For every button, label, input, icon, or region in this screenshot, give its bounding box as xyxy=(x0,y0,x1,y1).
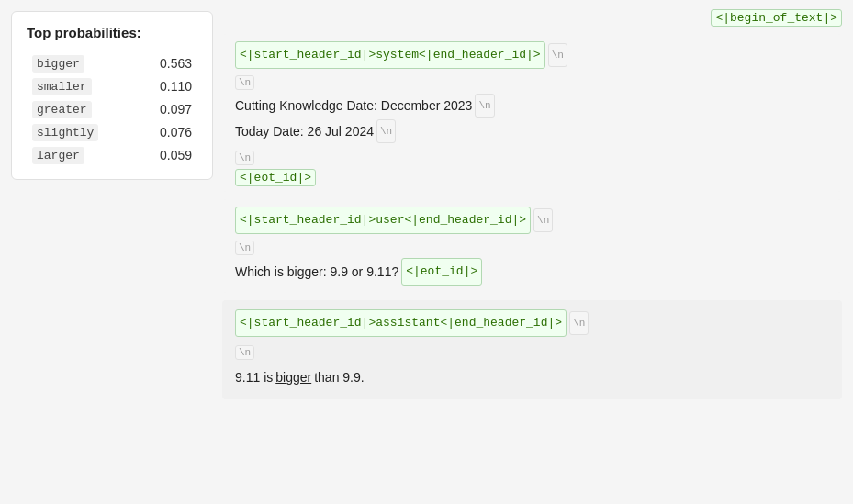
probability-row: bigger 0.563 xyxy=(27,51,197,74)
token-viewer[interactable]: <|begin_of_text|> <|start_header_id|>sys… xyxy=(213,0,853,504)
answer-start: 9.11 is xyxy=(235,364,273,390)
eot-id-token-2: <|eot_id|> xyxy=(401,258,482,286)
newline-8: \n xyxy=(569,311,589,335)
begin-of-text-row: <|begin_of_text|> xyxy=(222,9,842,27)
newline-4: \n xyxy=(376,119,396,143)
token-probability: 0.563 xyxy=(136,51,197,74)
token-label: larger xyxy=(32,147,84,164)
newline-9: \n xyxy=(235,345,254,360)
start-header-assistant-token: <|start_header_id|>assistant<|end_header… xyxy=(235,309,567,337)
assistant-section: <|start_header_id|>assistant<|end_header… xyxy=(222,300,842,399)
today-date-text: Today Date: 26 Jul 2024 xyxy=(235,118,374,144)
probability-row: larger 0.059 xyxy=(27,143,197,166)
newline-7: \n xyxy=(235,241,254,255)
probability-row: smaller 0.110 xyxy=(27,74,197,97)
start-header-user-token: <|start_header_id|>user<|end_header_id|> xyxy=(235,207,531,234)
probability-panel: Top probabilities: bigger 0.563 smaller … xyxy=(11,11,213,180)
begin-of-text-token: <|begin_of_text|> xyxy=(711,9,842,27)
probability-row: greater 0.097 xyxy=(27,97,197,120)
newline-3: \n xyxy=(475,94,494,118)
token-label: bigger xyxy=(32,55,84,73)
token-label: greater xyxy=(32,101,92,118)
newline-2: \n xyxy=(235,75,254,90)
eot-id-token-1: <|eot_id|> xyxy=(235,169,316,186)
system-header-section: <|start_header_id|>system<|end_header_id… xyxy=(222,34,842,192)
newline-5: \n xyxy=(235,151,254,165)
probability-table: bigger 0.563 smaller 0.110 greater 0.097… xyxy=(27,51,197,166)
newline-1: \n xyxy=(548,43,567,67)
token-label: smaller xyxy=(32,78,92,95)
newline-6: \n xyxy=(533,208,553,232)
token-probability: 0.076 xyxy=(136,120,197,143)
token-probability: 0.097 xyxy=(136,97,197,120)
probability-row: slightly 0.076 xyxy=(27,120,197,143)
cutting-knowledge-text: Cutting Knowledge Date: December 2023 xyxy=(235,93,472,118)
user-header-section: <|start_header_id|>user<|end_header_id|>… xyxy=(222,199,842,293)
token-probability: 0.059 xyxy=(136,143,197,166)
token-probability: 0.110 xyxy=(136,74,197,97)
answer-end: than 9.9. xyxy=(314,364,365,390)
panel-title: Top probabilities: xyxy=(27,25,197,40)
token-label: slightly xyxy=(32,124,98,141)
question-text: Which is bigger: 9.9 or 9.11? xyxy=(235,259,398,285)
start-header-system-token: <|start_header_id|>system<|end_header_id… xyxy=(235,41,545,69)
answer-highlight: bigger xyxy=(275,364,311,390)
